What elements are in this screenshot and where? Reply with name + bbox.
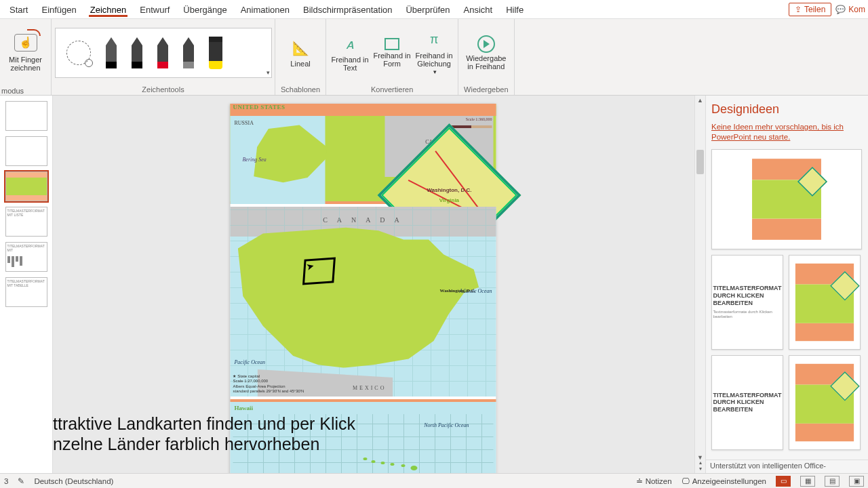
zeichentools-label: Zeichentools [140, 84, 185, 94]
slide-thumb-2[interactable] [5, 136, 47, 166]
slide-thumb-6[interactable]: TITELMASTERFORMAT MIT TABELLE [5, 277, 47, 307]
label-dc-2: Washington, D.C. [440, 288, 476, 293]
eraser-icon[interactable] [106, 37, 117, 68]
tab-entwurf[interactable]: Entwurf [133, 2, 176, 16]
share-icon: ⇪ [795, 5, 802, 14]
group-konvertieren: Freihand in Text Freihand in Form Freiha… [326, 19, 458, 95]
notes-button[interactable]: ≐ Notizen [636, 476, 672, 486]
display-settings-button[interactable]: 🖵 Anzeigeeinstellungen [682, 477, 766, 485]
view-sorter-button[interactable]: ▦ [800, 476, 815, 487]
ribbon: Mit Finger zeichnen . ▾ Zeichentools Lin… [0, 19, 868, 96]
schablonen-label: Schablonen [279, 84, 321, 94]
design-idea-5[interactable] [789, 355, 861, 450]
status-language[interactable]: Deutsch (Deutschland) [34, 477, 113, 485]
ink-replay-button[interactable]: Wiedergabe in Freihand [467, 35, 506, 70]
design-ideas-title: Designideen [711, 102, 863, 117]
label-russia: RUSSIA [234, 120, 253, 126]
vertical-scrollbar[interactable]: ▲ ▼ ▴▾ [694, 96, 705, 473]
map-conus-panel: C A N A D A MEXICO Atlantic Ocean Pacifi… [230, 207, 496, 396]
design-idea-1[interactable] [711, 149, 862, 249]
ink-to-shape-button[interactable]: Freihand in Form [372, 38, 412, 68]
lasso-icon[interactable] [66, 41, 91, 65]
group-wiedergeben: Wiedergabe in Freihand Wiedergeben [458, 19, 514, 95]
slide-thumb-1[interactable] [5, 101, 47, 131]
chevron-down-icon: ▾ [433, 69, 437, 76]
scale-top: Scale 1:360,000 [466, 117, 492, 121]
label-mexico: MEXICO [353, 385, 387, 391]
play-icon [477, 35, 495, 53]
label-hawaii: Hawaii [234, 405, 253, 411]
group-touchmode: Mit Finger zeichnen . [0, 19, 52, 95]
wiedergeben-label: Wiedergeben [462, 84, 509, 94]
scroll-up-icon[interactable]: ▲ [695, 97, 705, 104]
tab-animationen[interactable]: Animationen [234, 2, 296, 16]
tab-hilfe[interactable]: Hilfe [499, 2, 530, 16]
label-virginia: Virginia [439, 197, 459, 203]
video-caption-overlay: ttraktive Landkarten finden und per Klic… [53, 414, 433, 454]
konvertieren-label: Konvertieren [370, 84, 414, 94]
slide-thumb-5[interactable]: TITELMASTERFORMAT MIT [5, 242, 47, 272]
highlighter-yellow[interactable] [209, 37, 222, 69]
tab-uebergaenge[interactable]: Übergänge [176, 2, 233, 16]
map-title: UNITED STATES [233, 104, 285, 110]
ribbon-tabs: Start Einfügen Zeichnen Entwurf Übergäng… [0, 0, 868, 19]
ink-to-text-button[interactable]: Freihand in Text [330, 34, 370, 72]
ruler-icon [290, 38, 311, 58]
view-reading-button[interactable]: ▤ [825, 476, 840, 487]
ink-to-text-icon [340, 34, 360, 54]
ink-to-math-button[interactable]: Freihand in Gleichung▾ [414, 30, 454, 76]
view-normal-button[interactable]: ▭ [776, 476, 791, 487]
slide-canvas: UNITED STATES RUSSIA CANADA Bering Sea S… [53, 96, 705, 473]
ink-to-shape-icon [384, 38, 399, 50]
comments-button[interactable]: 💬Kom [835, 5, 865, 14]
tab-ansicht[interactable]: Ansicht [457, 2, 500, 16]
pen-gallery[interactable]: ▾ [55, 28, 272, 78]
pen-black[interactable] [132, 37, 142, 68]
tab-einfuegen[interactable]: Einfügen [35, 2, 83, 16]
scroll-page-icons[interactable]: ▴▾ [695, 460, 705, 472]
map-legend: ★ State capital Scale 1:27,000,000 Alber… [233, 374, 304, 394]
design-ideas-pane: Designideen Keine Ideen mehr vorschlagen… [705, 96, 868, 473]
pen-red[interactable] [157, 37, 168, 68]
tab-ueberpruefen[interactable]: Überprüfen [399, 2, 456, 16]
status-bar: 3 ✎ Deutsch (Deutschland) ≐ Notizen 🖵 An… [0, 473, 868, 488]
share-button[interactable]: ⇪Teilen [789, 3, 831, 16]
scroll-thumb[interactable] [696, 150, 704, 174]
comment-icon: 💬 [835, 5, 846, 14]
slide-thumb-3[interactable] [5, 171, 47, 201]
design-idea-2[interactable]: TITELMASTERFORMAT DURCH KLICKEN BEARBEIT… [711, 255, 783, 350]
ruler-button[interactable]: Lineal [281, 38, 320, 68]
spellcheck-icon[interactable]: ✎ [18, 476, 24, 486]
tab-bildschirmpraesentation[interactable]: Bildschirmpräsentation [296, 2, 399, 16]
design-idea-3[interactable] [789, 255, 861, 350]
label-washington-dc: Washington, D.C. [427, 187, 472, 193]
group-schablonen: Lineal Schablonen [275, 19, 326, 95]
group-zeichentools: ▾ Zeichentools [52, 19, 275, 95]
gallery-more-icon[interactable]: ▾ [267, 69, 270, 76]
slide-thumbnail-panel: TITELMASTERFORMAT MIT LISTE TITELMASTERF… [0, 96, 53, 473]
slide-thumb-4[interactable]: TITELMASTERFORMAT MIT LISTE [5, 207, 47, 237]
ink-to-math-icon [424, 30, 444, 50]
status-slide-count: 3 [4, 477, 8, 485]
scale-bar [451, 125, 492, 128]
finger-draw-label: Mit Finger zeichnen [4, 56, 47, 72]
label-bering: Bering Sea [242, 157, 266, 163]
finger-draw-icon[interactable] [14, 34, 37, 52]
touchmode-group-label: modus [0, 87, 24, 95]
design-idea-4[interactable]: TITELMASTERFORMAT DURCH KLICKEN BEARBEIT… [711, 355, 783, 450]
pen-gray[interactable] [183, 37, 194, 68]
tab-start[interactable]: Start [3, 2, 35, 16]
stop-suggesting-link[interactable]: Keine Ideen mehr vorschlagen, bis ich Po… [711, 122, 863, 142]
view-slideshow-button[interactable]: ▣ [849, 476, 864, 487]
tab-zeichnen[interactable]: Zeichnen [83, 2, 133, 16]
label-pacific: Pacific Ocean [234, 359, 265, 365]
design-ideas-footer: Unterstützt von intelligenten Office- [706, 460, 868, 473]
